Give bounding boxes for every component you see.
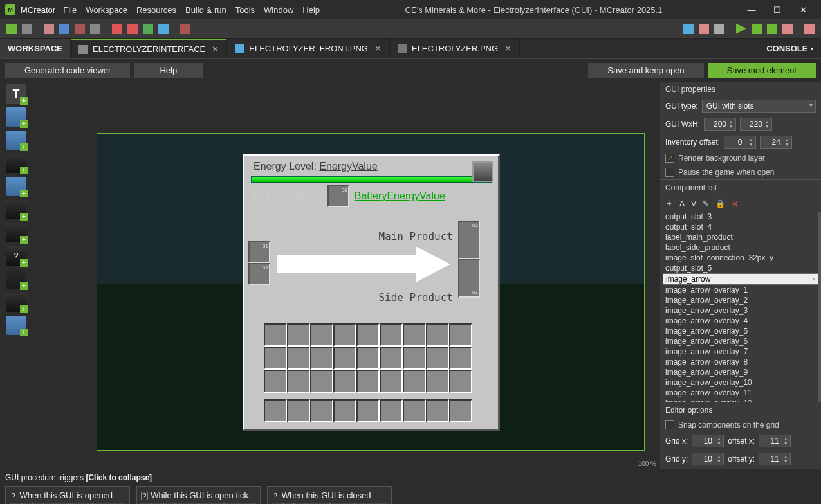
inv-slot[interactable] <box>333 346 356 370</box>
tool-icon-r7[interactable] <box>782 24 793 34</box>
component-item[interactable]: image_arrow_overlay_7 <box>663 346 818 357</box>
tool-icon-r1[interactable] <box>683 24 694 34</box>
hotbar-slot[interactable] <box>264 399 287 422</box>
generated-code-viewer-button[interactable]: Generated code viewer <box>5 63 130 78</box>
palette-textfield-tool[interactable] <box>6 292 26 312</box>
tool-icon-2[interactable] <box>22 24 32 34</box>
menu-build-run[interactable]: Build & run <box>185 5 226 15</box>
move-down-icon[interactable]: ᐯ <box>691 199 696 208</box>
tool-icon-8[interactable] <box>127 24 138 34</box>
battery-slot[interactable]: 00 <box>327 185 349 207</box>
snap-grid-checkbox[interactable]: Snap components on the grid <box>660 418 821 432</box>
tool-icon-r5[interactable] <box>752 24 762 34</box>
minimize-button[interactable]: — <box>739 5 764 15</box>
gui-width-spinner[interactable]: 200▲▼ <box>704 118 736 130</box>
palette-input-slot-tool[interactable] <box>6 177 26 196</box>
palette-sprite-tool[interactable] <box>6 130 26 150</box>
palette-checkbox-tool[interactable] <box>6 269 26 289</box>
tool-icon-r2[interactable] <box>699 24 709 34</box>
inv-slot[interactable] <box>264 323 287 346</box>
palette-image-tool[interactable] <box>6 107 26 127</box>
inv-slot[interactable] <box>426 323 449 346</box>
inv-slot[interactable] <box>356 346 380 370</box>
tool-icon-1[interactable] <box>6 24 17 34</box>
tool-icon-9[interactable] <box>143 24 153 34</box>
inv-slot[interactable] <box>426 370 449 393</box>
inv-slot[interactable] <box>449 370 472 393</box>
tool-icon-6[interactable] <box>90 24 100 34</box>
component-item[interactable]: image_arrow_overlay_6 <box>663 336 818 346</box>
workspace-tab[interactable]: WORKSPACE <box>0 39 71 59</box>
hotbar-slot[interactable] <box>356 399 380 422</box>
move-up-icon[interactable]: ᐱ <box>679 199 685 208</box>
inv-slot[interactable] <box>426 346 449 370</box>
inv-slot[interactable] <box>310 323 333 346</box>
component-item[interactable]: image_arrow_overlay_12 <box>663 398 818 402</box>
pause-game-checkbox[interactable]: Pause the game when open <box>660 165 821 179</box>
inv-offset-y-spinner[interactable]: 24▲▼ <box>760 136 792 148</box>
menu-window[interactable]: Window <box>264 5 293 15</box>
delete-component-icon[interactable]: ✕ <box>732 199 738 208</box>
lock-component-icon[interactable]: 🔒 <box>715 199 725 208</box>
gui-height-spinner[interactable]: 220▲▼ <box>740 118 772 130</box>
inv-slot[interactable] <box>333 370 356 393</box>
console-tab[interactable]: CONSOLE• <box>759 39 821 59</box>
offset-x-spinner[interactable]: 11▲▼ <box>759 435 791 447</box>
inv-slot[interactable] <box>403 370 426 393</box>
component-item[interactable]: image_arrow_overlay_5 <box>663 326 818 336</box>
inv-slot[interactable] <box>310 346 333 370</box>
inv-slot[interactable] <box>287 323 310 346</box>
hotbar-slot[interactable] <box>403 399 426 422</box>
component-item[interactable]: image_arrow <box>663 273 818 285</box>
inv-slot[interactable] <box>380 323 403 346</box>
component-item[interactable]: image_arrow_overlay_2 <box>663 295 818 305</box>
menu-workspace[interactable]: Workspace <box>86 5 127 15</box>
palette-entity-tool[interactable] <box>6 316 26 335</box>
output-slot-main[interactable]: 03 <box>458 221 480 259</box>
inv-slot[interactable] <box>403 323 426 346</box>
tool-icon-5[interactable] <box>75 24 85 34</box>
component-item[interactable]: label_side_product <box>663 242 818 253</box>
tool-icon-r3[interactable] <box>714 24 724 34</box>
hotbar-slot[interactable] <box>449 399 472 422</box>
menu-file[interactable]: File <box>63 5 77 15</box>
palette-text-tool[interactable]: T <box>6 84 26 104</box>
inv-offset-x-spinner[interactable]: 0▲▼ <box>724 136 756 148</box>
hotbar-slot[interactable] <box>426 399 449 422</box>
inv-slot[interactable] <box>356 323 380 346</box>
maximize-button[interactable]: ☐ <box>764 5 790 15</box>
palette-slot-tool[interactable] <box>6 154 26 173</box>
tool-icon-11[interactable] <box>180 24 190 34</box>
inv-slot[interactable] <box>287 346 310 370</box>
render-bg-checkbox[interactable]: ✓Render background layer <box>660 151 821 165</box>
gui-canvas[interactable]: Energy Level: EnergyValue Mobile Battery… <box>97 133 645 451</box>
component-item[interactable]: image_arrow_overlay_1 <box>663 285 818 295</box>
offset-y-spinner[interactable]: 11▲▼ <box>759 453 791 465</box>
palette-fluid-tool[interactable] <box>6 223 26 242</box>
grid-x-spinner[interactable]: 10▲▼ <box>692 435 724 447</box>
tab-electrolyzer-interface[interactable]: ELECTROLYZERINTERFACE ✕ <box>71 39 227 59</box>
menu-help[interactable]: Help <box>302 5 320 15</box>
edit-component-icon[interactable]: ✎ <box>703 199 709 208</box>
close-tab-icon[interactable]: ✕ <box>212 44 219 54</box>
triggers-header[interactable]: GUI procedure triggers [Click to collaps… <box>5 472 816 483</box>
output-slot-side[interactable]: 04 <box>458 259 480 298</box>
palette-button-tool[interactable]: ? <box>6 246 26 266</box>
tool-icon-7[interactable] <box>112 24 122 34</box>
component-item[interactable]: image_arrow_overlay_10 <box>663 377 818 388</box>
inv-slot[interactable] <box>449 346 472 370</box>
hotbar-slot[interactable] <box>380 399 403 422</box>
tool-icon-r8[interactable] <box>804 24 815 34</box>
tool-icon-3[interactable] <box>44 24 54 34</box>
component-item[interactable]: output_slot_5 <box>663 263 818 273</box>
inv-slot[interactable] <box>264 370 287 393</box>
hotbar-slot[interactable] <box>310 399 333 422</box>
component-item[interactable]: image_arrow_overlay_9 <box>663 367 818 377</box>
close-tab-icon[interactable]: ✕ <box>374 44 382 53</box>
component-item[interactable]: image_arrow_overlay_4 <box>663 316 818 326</box>
save-mod-element-button[interactable]: Save mod element <box>708 63 816 78</box>
tab-electrolyzer-png[interactable]: ELECTROLYZER.PNG ✕ <box>390 39 520 59</box>
component-item[interactable]: image_arrow_overlay_3 <box>663 305 818 316</box>
menu-tools[interactable]: Tools <box>235 5 255 15</box>
inv-slot[interactable] <box>333 323 356 346</box>
